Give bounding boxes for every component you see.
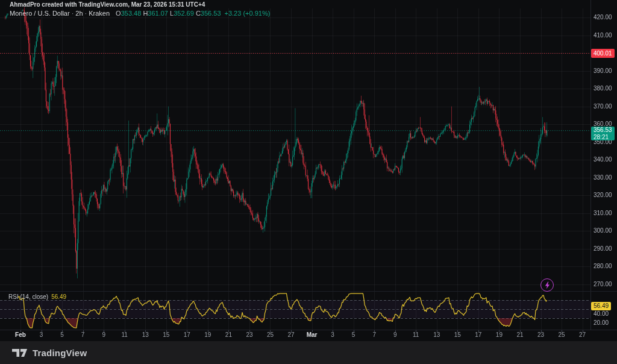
last-price-badge: 356.53 28:21	[591, 127, 615, 140]
time-tick-label: 23	[537, 331, 544, 339]
price-tick-label: 310.00	[594, 210, 612, 217]
ohlc-readout: O353.48 H361.07 L352.69 C356.53	[116, 10, 221, 17]
price-tick-label: 370.00	[594, 103, 612, 110]
price-tick-label: 300.00	[594, 227, 612, 234]
time-tick-label: 17	[184, 331, 190, 339]
high-value: 361.07	[148, 10, 168, 17]
time-tick-label: 13	[433, 331, 440, 339]
time-tick-label: 13	[142, 331, 149, 339]
tradingview-logo-icon[interactable]	[12, 348, 28, 357]
time-tick-label: 19	[496, 331, 503, 339]
time-tick-label: 23	[246, 331, 252, 339]
price-tick-label: 390.00	[594, 67, 612, 75]
time-tick-label: 25	[558, 331, 565, 339]
interval-label[interactable]: 2h	[75, 10, 83, 17]
tradingview-brand-text[interactable]: TradingView	[33, 348, 87, 358]
time-tick-label: 17	[475, 331, 481, 339]
close-label: C	[196, 10, 201, 17]
rsi-tick-label: 40.00	[594, 310, 609, 318]
time-tick-label: 27	[287, 331, 294, 339]
time-month-label: Feb	[15, 331, 26, 339]
price-tick-label: 290.00	[594, 245, 612, 253]
time-tick-label: 27	[579, 331, 586, 339]
time-tick-label: 21	[225, 331, 232, 339]
rsi-value-badge: 56.49	[591, 302, 611, 310]
time-tick-label: 7	[372, 331, 376, 339]
pane-separator[interactable]	[0, 291, 617, 292]
time-tick-label: 19	[204, 331, 211, 339]
time-axis-border	[0, 330, 617, 330]
price-tick-label: 320.00	[594, 192, 612, 199]
price-tick-label: 340.00	[594, 156, 612, 163]
rsi-legend[interactable]: RSI (14, close)56.49	[8, 293, 66, 301]
symbol-title[interactable]: Monero / U.S. Dollar	[10, 10, 70, 17]
time-tick-label: 7	[81, 331, 85, 339]
price-tick-label: 380.00	[594, 85, 612, 92]
watermark-attribution: AhmadPro created with TradingView.com, M…	[10, 1, 205, 8]
open-value: 353.48	[121, 10, 142, 17]
price-tick-label: 410.00	[594, 32, 612, 39]
price-tick-label: 420.00	[594, 14, 612, 21]
legend-separator: ·	[85, 10, 87, 17]
lightning-icon	[544, 281, 551, 289]
time-tick-label: 11	[121, 331, 127, 339]
rsi-tick-label: 20.00	[594, 319, 609, 327]
alert-price-badge: 400.01	[591, 49, 615, 58]
price-tick-label: 280.00	[594, 263, 612, 270]
chart-canvas[interactable]	[0, 0, 617, 364]
time-tick-label: 11	[413, 331, 419, 339]
time-tick-label: 25	[267, 331, 274, 339]
exchange-label[interactable]: Kraken	[89, 10, 110, 17]
time-tick-label: 15	[163, 331, 169, 339]
price-tick-label: 330.00	[594, 174, 612, 181]
last-price-value: 356.53	[594, 127, 612, 134]
time-tick-label: 9	[393, 331, 397, 339]
footer-bar: TradingView	[0, 341, 617, 364]
boost-button[interactable]	[540, 278, 554, 292]
bar-countdown: 28:21	[594, 134, 612, 141]
tradingview-chart-window: AhmadPro created with TradingView.com, M…	[0, 0, 617, 364]
symbol-legend: Monero / U.S. Dollar·2h·KrakenO353.48 H3…	[10, 10, 270, 17]
time-tick-label: 9	[102, 331, 105, 339]
time-tick-label: 3	[331, 331, 334, 339]
time-tick-label: 15	[454, 331, 461, 339]
time-tick-label: 5	[60, 331, 64, 339]
close-value: 356.53	[201, 10, 221, 17]
rsi-title: RSI (14, close)	[8, 293, 48, 300]
open-label: O	[116, 10, 121, 17]
time-tick-label: 3	[40, 331, 43, 339]
low-value: 352.69	[174, 10, 194, 17]
legend-separator: ·	[72, 10, 74, 17]
time-tick-label: 21	[516, 331, 523, 339]
rsi-value: 56.49	[51, 293, 66, 300]
change-value: +3.23 (+0.91%)	[225, 10, 271, 17]
time-tick-label: 5	[352, 331, 355, 339]
price-tick-label: 270.00	[594, 281, 612, 288]
time-month-label: Mar	[307, 331, 318, 339]
